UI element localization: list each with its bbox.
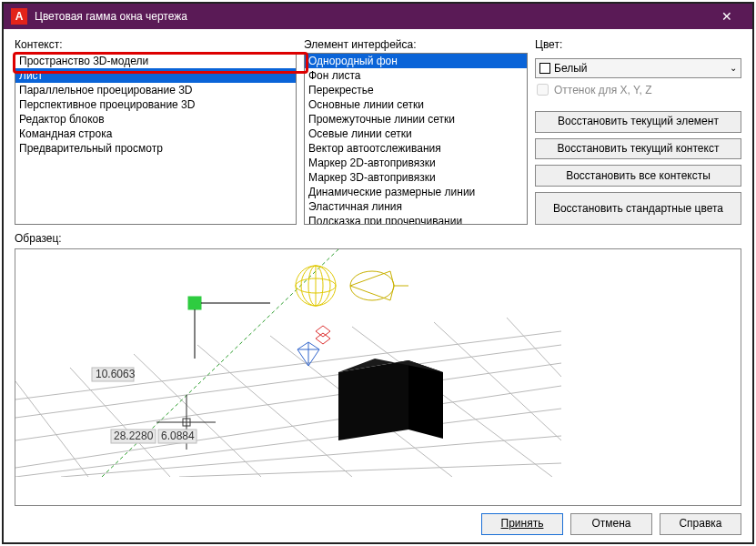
grid-lines (15, 318, 561, 477)
black-cube (338, 359, 443, 440)
context-item[interactable]: Редактор блоков (15, 112, 296, 126)
element-item[interactable]: Вектор автоотслеживания (305, 141, 527, 156)
ok-button[interactable]: Принять (481, 513, 563, 535)
element-item[interactable]: Подсказка при прочерчивании (305, 214, 527, 225)
elements-listbox[interactable]: Однородный фонФон листаПерекрестьеОсновн… (304, 53, 528, 225)
svg-point-20 (350, 271, 394, 300)
chevron-down-icon: ⌄ (730, 63, 737, 73)
element-item[interactable]: Промежуточные линии сетки (305, 112, 527, 126)
svg-line-10 (197, 345, 352, 477)
color-dropdown[interactable]: Белый ⌄ (535, 58, 741, 78)
context-listbox[interactable]: Пространство 3D-моделиЛистПараллельное п… (15, 53, 297, 225)
tint-row: Оттенок для X, Y, Z (535, 84, 741, 96)
tooltip-x-text: 28.2280 (114, 430, 154, 442)
element-item[interactable]: Однородный фон (305, 54, 527, 68)
svg-line-3 (15, 386, 561, 468)
titlebar-title: Цветовая гамма окна чертежа (35, 10, 709, 23)
context-item[interactable]: Лист (15, 68, 296, 83)
element-item[interactable]: Динамические размерные линии (305, 185, 527, 199)
svg-marker-25 (408, 360, 443, 439)
context-item[interactable]: Пространство 3D-модели (15, 54, 296, 68)
sample-preview: 10.6063 28.2280 6.0884 (15, 248, 741, 506)
element-item[interactable]: Осевые линии сетки (305, 126, 527, 141)
lamp-icon (350, 271, 408, 300)
restore-all-contexts-button[interactable]: Восстановить все контексты (535, 165, 741, 187)
restore-context-button[interactable]: Восстановить текущий контекст (535, 138, 741, 160)
context-item[interactable]: Командная строка (15, 126, 296, 141)
context-item[interactable]: Предварительный просмотр (15, 141, 296, 156)
app-icon: A (11, 8, 27, 25)
color-swatch (539, 63, 550, 74)
context-column: Контекст: Пространство 3D-моделиЛистПара… (15, 38, 297, 225)
element-item[interactable]: Перекрестье (305, 83, 527, 97)
element-item[interactable]: Эластичная линия (305, 199, 527, 214)
color-column: Цвет: Белый ⌄ Оттенок для X, Y, Z Восста… (535, 38, 741, 225)
svg-line-13 (434, 322, 561, 440)
element-item[interactable]: Маркер 3D-автопривязки (305, 170, 527, 185)
elements-label: Элемент интерфейса: (304, 38, 528, 51)
element-item[interactable]: Основные линии сетки (305, 97, 527, 112)
titlebar: A Цветовая гамма окна чертежа ✕ (4, 4, 752, 29)
dialog-buttons: Принять Отмена Справка (15, 506, 741, 535)
svg-line-14 (507, 318, 561, 377)
help-button[interactable]: Справка (660, 513, 741, 535)
red-marker-icon (316, 326, 330, 344)
sample-label: Образец: (15, 232, 741, 245)
color-label: Цвет: (535, 38, 741, 51)
svg-line-8 (70, 368, 170, 477)
tooltip-z-text: 10.6063 (96, 368, 136, 380)
context-item[interactable]: Параллельное проецирование 3D (15, 83, 296, 97)
element-item[interactable]: Маркер 2D-автопривязки (305, 156, 527, 170)
green-marker (188, 297, 201, 309)
context-item[interactable]: Перспективное проецирование 3D (15, 97, 296, 112)
element-item[interactable]: Фон листа (305, 68, 527, 83)
restore-element-button[interactable]: Восстановить текущий элемент (535, 111, 741, 133)
color-value: Белый (554, 62, 587, 75)
close-button[interactable]: ✕ (709, 4, 745, 29)
tint-label: Оттенок для X, Y, Z (554, 84, 652, 96)
globe-icon (296, 266, 336, 306)
svg-line-6 (179, 463, 561, 477)
svg-marker-24 (338, 360, 408, 440)
svg-line-0 (15, 331, 561, 399)
restore-std-colors-button[interactable]: Восстановить стандартные цвета (535, 192, 741, 225)
tint-checkbox (537, 84, 549, 96)
elements-column: Элемент интерфейса: Однородный фонФон ли… (304, 38, 528, 225)
context-label: Контекст: (15, 38, 297, 51)
cancel-button[interactable]: Отмена (570, 513, 652, 535)
preview-svg: 10.6063 28.2280 6.0884 (15, 249, 561, 477)
tooltip-y-text: 6.0884 (161, 430, 195, 442)
